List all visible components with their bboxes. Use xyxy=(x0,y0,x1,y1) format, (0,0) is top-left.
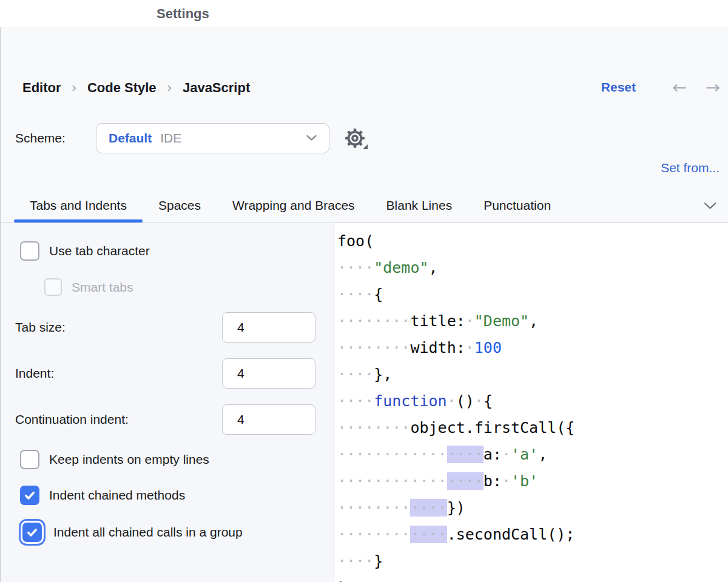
code-line: ············.secondCall(); xyxy=(337,521,728,548)
indent-all-chained-calls-checkbox[interactable] xyxy=(22,523,42,542)
scheme-label: Scheme: xyxy=(15,131,66,146)
code-line: ················b:·'b' xyxy=(337,468,728,495)
code-style-preview: foo(····"demo",····{········title:·"Demo… xyxy=(334,223,728,582)
code-token: }) xyxy=(447,499,465,517)
whitespace-dots: ············ xyxy=(337,472,447,490)
chevron-down-icon xyxy=(704,202,716,210)
code-line: ········object.firstCall({ xyxy=(337,415,728,441)
code-line: foo( xyxy=(337,228,728,255)
whitespace-dots: ········ xyxy=(337,526,410,543)
tab-wrapping-and-braces[interactable]: Wrapping and Braces xyxy=(217,189,371,222)
whitespace-dots: ···· xyxy=(337,392,374,410)
whitespace-dots: · xyxy=(474,392,484,410)
continuation-indent-label: Continuation indent: xyxy=(15,412,129,427)
code-token: , xyxy=(538,446,547,463)
forward-arrow-icon[interactable]: → xyxy=(706,76,720,99)
keep-indents-on-empty-lines-label: Keep indents on empty lines xyxy=(49,452,209,467)
whitespace-dots: ···· xyxy=(337,286,374,303)
tab-spaces[interactable]: Spaces xyxy=(143,189,217,222)
indent-all-chained-calls-label: Indent all chained calls in a group xyxy=(53,525,243,540)
code-token: object.firstCall({ xyxy=(410,419,575,436)
tab-size-label: Tab size: xyxy=(15,320,66,335)
chevron-down-icon xyxy=(306,133,317,144)
code-line: ····function·()·{ xyxy=(337,388,728,415)
indent-input[interactable] xyxy=(222,358,315,389)
tabs-and-indents-options-panel: Use tab character Smart tabs Tab size: I… xyxy=(1,223,334,582)
code-token: ); xyxy=(337,579,356,582)
tab-size-input[interactable] xyxy=(222,312,315,343)
whitespace-dots: ········ xyxy=(337,419,410,436)
code-style-tabbar: Tabs and IndentsSpacesWrapping and Brace… xyxy=(1,189,728,222)
code-token: { xyxy=(374,286,383,303)
code-line: ); xyxy=(337,575,728,582)
whitespace-dots: · xyxy=(465,339,474,356)
breadcrumb-separator-icon: › xyxy=(72,80,76,96)
tab-blank-lines[interactable]: Blank Lines xyxy=(371,189,468,222)
tab-tabs-and-indents[interactable]: Tabs and Indents xyxy=(14,189,143,222)
scheme-value-suffix: IDE xyxy=(160,131,181,146)
code-line: ················a:·'a', xyxy=(337,441,728,468)
use-tab-character-label: Use tab character xyxy=(49,244,150,258)
code-token: title: xyxy=(410,312,465,330)
code-token: .secondCall(); xyxy=(447,526,575,543)
gear-dropdown-corner-icon xyxy=(363,144,368,149)
breadcrumb-separator-icon: › xyxy=(167,80,172,96)
code-token: , xyxy=(529,312,538,330)
indent-highlight: ···· xyxy=(410,499,447,517)
code-token: foo( xyxy=(337,232,374,250)
indent-highlight: ···· xyxy=(447,472,484,490)
scheme-value: Default xyxy=(109,131,152,146)
code-line: ········title:·"Demo", xyxy=(337,308,728,335)
whitespace-dots: ···· xyxy=(337,552,374,570)
set-from-link[interactable]: Set from... xyxy=(661,161,720,175)
whitespace-dots: · xyxy=(465,312,474,330)
continuation-indent-input[interactable] xyxy=(222,404,315,435)
keep-indents-on-empty-lines-checkbox[interactable] xyxy=(20,450,39,469)
scheme-gear-button[interactable] xyxy=(341,125,369,152)
code-line: ····"demo", xyxy=(337,255,728,281)
code-line: ············}) xyxy=(337,495,728,521)
whitespace-dots: · xyxy=(447,392,456,410)
whitespace-dots: ···· xyxy=(337,366,374,383)
indent-chained-methods-label: Indent chained methods xyxy=(49,488,185,503)
reset-link[interactable]: Reset xyxy=(601,80,636,95)
code-token: 'b' xyxy=(511,472,538,490)
code-token: }, xyxy=(374,366,392,383)
code-token: () xyxy=(456,392,474,410)
use-tab-character-checkbox[interactable] xyxy=(20,241,39,261)
code-token: , xyxy=(429,259,438,276)
tab-punctuation[interactable]: Punctuation xyxy=(468,189,567,222)
breadcrumb: Editor › Code Style › JavaScript xyxy=(22,79,250,96)
code-token: "demo" xyxy=(374,259,428,276)
code-token: 'a' xyxy=(511,446,538,463)
code-token: b: xyxy=(484,472,502,490)
indent-chained-methods-checkbox[interactable] xyxy=(20,486,39,505)
code-line: ····} xyxy=(337,548,728,575)
smart-tabs-label: Smart tabs xyxy=(72,280,133,295)
indent-highlight: ···· xyxy=(447,446,484,463)
dialog-title: Settings xyxy=(157,6,209,22)
whitespace-dots: ········ xyxy=(337,312,410,330)
code-token: width: xyxy=(410,339,465,356)
code-line: ····{ xyxy=(337,281,728,308)
whitespace-dots: ········ xyxy=(337,499,410,517)
back-arrow-icon[interactable]: ← xyxy=(672,76,687,99)
code-token: { xyxy=(484,392,493,410)
tabs-overflow-button[interactable] xyxy=(699,189,720,222)
smart-tabs-checkbox[interactable] xyxy=(44,278,62,296)
whitespace-dots: ············ xyxy=(337,446,447,463)
settings-content: Editor › Code Style › JavaScript Reset ←… xyxy=(0,27,728,582)
settings-title-bar: Settings xyxy=(0,0,728,27)
breadcrumb-javascript: JavaScript xyxy=(183,80,250,96)
breadcrumb-editor[interactable]: Editor xyxy=(22,80,61,96)
code-token: 100 xyxy=(474,339,502,356)
whitespace-dots: · xyxy=(502,446,511,463)
scheme-select[interactable]: Default IDE xyxy=(96,123,329,153)
breadcrumb-code-style[interactable]: Code Style xyxy=(87,80,157,96)
code-token: function xyxy=(374,392,447,410)
code-line: ····}, xyxy=(337,361,728,388)
whitespace-dots: ········ xyxy=(337,339,410,356)
code-token: a: xyxy=(484,446,502,463)
whitespace-dots: · xyxy=(502,472,511,490)
code-token: "Demo" xyxy=(474,312,529,330)
